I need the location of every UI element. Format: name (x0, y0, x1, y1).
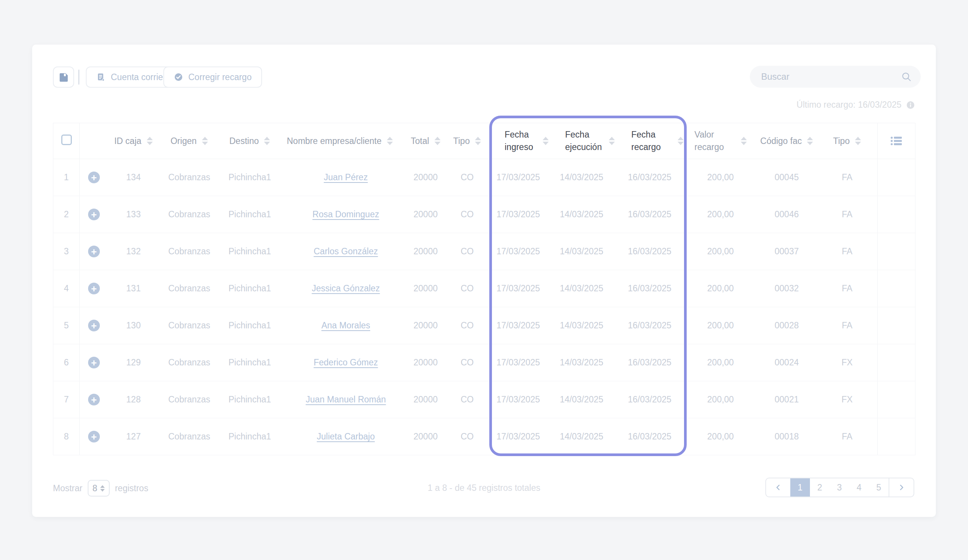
plus-icon[interactable]: + (88, 394, 100, 405)
cell-valor-recargo: 200,00 (685, 344, 757, 381)
cell-id-caja: 131 (108, 270, 159, 307)
sort-icon[interactable] (543, 137, 549, 145)
pagination: 12345 (765, 477, 914, 497)
cell-tipo-factura: FA (817, 196, 878, 233)
plus-icon[interactable]: + (88, 431, 100, 443)
sort-icon[interactable] (475, 137, 481, 145)
client-link[interactable]: Ana Morales (322, 320, 370, 330)
search-box (750, 66, 921, 88)
col-codigo-fac[interactable]: Código fac (757, 123, 817, 159)
cell-origen: Cobranzas (159, 159, 220, 196)
col-fecha-ejecucion[interactable]: Fecha ejecución (549, 123, 615, 159)
cell-fecha-ejecucion: 14/03/2025 (549, 196, 615, 233)
col-destino[interactable]: Destino (220, 123, 280, 159)
page-size-select[interactable]: 8 (88, 480, 109, 497)
cell-codigo-fac: 00046 (757, 196, 817, 233)
client-link[interactable]: Julieta Carbajo (317, 431, 375, 441)
expander-column-header (80, 123, 108, 159)
cell-destino: Pichincha1 (220, 344, 280, 381)
plus-icon[interactable]: + (88, 172, 100, 183)
sort-icon[interactable] (855, 137, 861, 145)
client-link[interactable]: Juan Pérez (324, 172, 368, 182)
cell-fecha-recargo: 16/03/2025 (615, 381, 685, 418)
col-fecha-recargo[interactable]: Fecha recargo (615, 123, 685, 159)
col-fecha-ingreso[interactable]: Fecha ingreso (488, 123, 549, 159)
cell-destino: Pichincha1 (220, 270, 280, 307)
next-page-button[interactable] (889, 478, 913, 497)
records-table: ID caja Origen Destino Nombre empresa/cl… (53, 123, 915, 455)
cell-nombre: Juan Manuel Román (280, 381, 405, 418)
cell-codigo-fac: 00018 (757, 418, 817, 455)
expand-cell: + (80, 418, 108, 455)
last-recargo-label: Último recargo: 16/03/2025 (797, 100, 902, 110)
cell-destino: Pichincha1 (220, 196, 280, 233)
cell-codigo-fac: 00037 (757, 233, 817, 270)
col-tipo-factura[interactable]: Tipo (817, 123, 878, 159)
cell-origen: Cobranzas (159, 344, 220, 381)
plus-icon[interactable]: + (88, 208, 100, 220)
sort-icon[interactable] (807, 137, 813, 145)
save-button[interactable] (53, 66, 74, 88)
plus-icon[interactable]: + (88, 357, 100, 368)
page-button-2[interactable]: 2 (810, 478, 830, 497)
sort-icon[interactable] (202, 137, 208, 145)
corregir-recargo-button[interactable]: Corregir recargo (163, 66, 262, 88)
cell-tipo: CO (447, 344, 488, 381)
client-link[interactable]: Carlos González (313, 246, 378, 256)
col-id-caja[interactable]: ID caja (108, 123, 159, 159)
cell-nombre: Ana Morales (280, 307, 405, 344)
col-valor-recargo[interactable]: Valor recargo (685, 123, 757, 159)
client-link[interactable]: Juan Manuel Román (305, 395, 386, 404)
cell-tipo-factura: FA (817, 418, 878, 455)
sort-icon[interactable] (264, 137, 270, 145)
cell-fecha-ingreso: 17/03/2025 (488, 307, 549, 344)
plus-icon[interactable]: + (88, 246, 100, 257)
search-input[interactable] (761, 71, 901, 82)
info-icon[interactable] (906, 101, 915, 109)
row-number: 7 (53, 381, 80, 418)
row-number: 2 (53, 196, 80, 233)
sort-icon[interactable] (609, 137, 615, 145)
plus-icon[interactable]: + (88, 320, 100, 331)
sort-icon[interactable] (434, 137, 441, 145)
stepper-icon[interactable] (100, 485, 105, 492)
cell-origen: Cobranzas (159, 233, 220, 270)
sort-icon[interactable] (147, 137, 153, 145)
sort-icon[interactable] (387, 137, 393, 145)
registros-label: registros (115, 483, 148, 494)
cell-fecha-ingreso: 17/03/2025 (488, 159, 549, 196)
cell-fecha-ingreso: 17/03/2025 (488, 381, 549, 418)
cell-destino: Pichincha1 (220, 307, 280, 344)
client-link[interactable]: Jessica Gónzalez (312, 283, 380, 293)
cell-tipo-factura: FA (817, 270, 878, 307)
sort-icon[interactable] (741, 137, 747, 145)
row-number: 8 (53, 418, 80, 455)
client-link[interactable]: Rosa Dominguez (312, 209, 379, 219)
row-number: 5 (53, 307, 80, 344)
chevron-right-icon (898, 484, 905, 491)
cell-codigo-fac: 00032 (757, 270, 817, 307)
col-total[interactable]: Total (405, 123, 447, 159)
page-button-5[interactable]: 5 (869, 478, 888, 497)
col-nombre[interactable]: Nombre empresa/cliente (280, 123, 405, 159)
expand-cell: + (80, 381, 108, 418)
col-origen[interactable]: Origen (159, 123, 220, 159)
sort-icon[interactable] (678, 137, 684, 145)
page-button-3[interactable]: 3 (830, 478, 849, 497)
cell-nombre: Rosa Dominguez (280, 196, 405, 233)
cell-id-caja: 133 (108, 196, 159, 233)
main-card: Cuenta corriente Corregir recargo Último… (32, 45, 936, 517)
select-all-checkbox[interactable] (61, 134, 72, 145)
prev-page-button[interactable] (766, 478, 790, 497)
cell-fecha-recargo: 16/03/2025 (615, 270, 685, 307)
col-tipo[interactable]: Tipo (447, 123, 488, 159)
page-button-4[interactable]: 4 (849, 478, 869, 497)
cell-nombre: Federico Gómez (280, 344, 405, 381)
plus-icon[interactable]: + (88, 282, 100, 294)
list-icon[interactable] (878, 136, 915, 146)
cell-destino: Pichincha1 (220, 233, 280, 270)
client-link[interactable]: Federico Gómez (313, 357, 378, 367)
expand-cell: + (80, 344, 108, 381)
search-icon[interactable] (901, 71, 912, 82)
page-button-1[interactable]: 1 (790, 478, 810, 497)
